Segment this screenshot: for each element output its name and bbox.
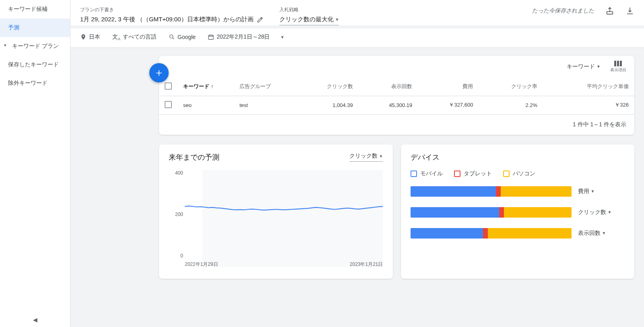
stacked-bar [411, 228, 572, 239]
device-bar-row: 表示回数▼ [411, 228, 625, 239]
sidebar-item-saved-keywords[interactable]: 保存したキーワード [0, 56, 70, 74]
network-filter[interactable]: Google [169, 34, 196, 40]
table-row: seo test 1,004.39 45,300.19 ￥327,600 2.2… [159, 96, 634, 114]
keywords-table: キーワード ↑ 広告グループ クリック数 表示回数 費用 クリック率 平均クリッ… [159, 78, 634, 115]
col-clicks[interactable]: クリック数 [294, 78, 359, 96]
language-icon: 文A [112, 33, 120, 41]
cell-impressions: 45,300.19 [359, 96, 418, 114]
chevron-down-icon: ▼ [379, 154, 383, 158]
cell-clicks: 1,004.39 [294, 96, 359, 114]
row-checkbox[interactable] [165, 101, 172, 108]
chevron-down-icon: ▼ [280, 35, 284, 39]
sidebar-item-keyword-plan[interactable]: キーワード プラン [0, 37, 70, 56]
device-title: デバイス [411, 152, 440, 162]
col-ctr[interactable]: クリック率 [479, 78, 543, 96]
y-tick: 200 [169, 212, 183, 217]
col-impressions[interactable]: 表示回数 [359, 78, 418, 96]
sidebar-item-negative-keywords[interactable]: 除外キーワード [0, 74, 70, 93]
stacked-bar [411, 207, 572, 218]
bar-segment-パソコン [488, 228, 572, 239]
bar-segment-タブレット [483, 228, 488, 239]
bid-strategy-select[interactable]: クリック数の最大化 ▼ [279, 16, 339, 25]
y-tick: 400 [169, 170, 183, 176]
svg-rect-2 [208, 35, 213, 40]
table-footer-text: 1 件中 1～1 件を表示 [159, 115, 634, 135]
share-icon[interactable] [605, 6, 614, 15]
x-tick: 2022年1月29日 [185, 261, 218, 271]
legend-mobile: モバイル [411, 170, 443, 177]
bid-strategy-label: 入札戦略 [279, 6, 339, 13]
forecast-title: 来年までの予測 [169, 152, 219, 162]
plan-date-text: 1月 29, 2022, 3 午後 （（GMT+09:00）日本標準時）からの計… [80, 16, 254, 23]
forecast-chart: 400 200 0 2022年1月29日 2023年1月21日 [185, 170, 383, 271]
edit-plan-icon[interactable] [257, 16, 263, 23]
cell-adgroup: test [234, 96, 294, 114]
chevron-down-icon: ▼ [608, 210, 612, 214]
filter-bar: 日本 文A すべての言語 Google 2022年2月1日～28日 ▼ [70, 29, 644, 48]
bar-segment-タブレット [499, 207, 504, 218]
sidebar-collapse-handle[interactable]: ◀ [33, 317, 37, 323]
calendar-icon [208, 34, 214, 40]
sidebar-item-forecast[interactable]: 予測 [0, 19, 70, 37]
x-tick: 2023年1月21日 [350, 261, 383, 271]
columns-button[interactable]: 表示項目 [610, 61, 626, 73]
col-cost[interactable]: 費用 [418, 78, 479, 96]
select-all-checkbox[interactable] [165, 82, 172, 90]
col-adgroup[interactable]: 広告グループ [234, 78, 294, 96]
legend-tablet: タブレット [454, 170, 492, 177]
chevron-down-icon: ▼ [602, 231, 606, 235]
chevron-down-icon: ▼ [591, 189, 595, 193]
mobile-swatch-icon [411, 171, 417, 177]
device-panel: デバイス モバイル タブレット パソコン [401, 144, 635, 279]
svg-rect-5 [620, 61, 622, 66]
sort-asc-icon: ↑ [211, 83, 214, 89]
cell-keyword: seo [178, 96, 234, 114]
svg-rect-0 [607, 12, 613, 14]
bar-segment-タブレット [496, 186, 501, 197]
chevron-down-icon: ▼ [597, 64, 601, 69]
keywords-table-card: ＋ キーワード ▼ 表示項目 キーワード ↑ [159, 56, 634, 135]
bar-segment-モバイル [411, 207, 499, 218]
bar-segment-パソコン [501, 186, 572, 197]
saved-status-text: たった今保存されました [532, 7, 594, 14]
language-filter[interactable]: 文A すべての言語 [112, 33, 157, 41]
forecast-panel: 来年までの予測 クリック数 ▼ 400 200 0 [159, 144, 393, 279]
y-tick: 0 [169, 253, 183, 259]
daterange-filter[interactable]: 2022年2月1日～28日 ▼ [208, 33, 284, 41]
cell-cost: ￥327,600 [418, 96, 479, 114]
device-metric-select[interactable]: 表示回数▼ [578, 230, 606, 237]
svg-point-1 [170, 35, 173, 38]
add-keyword-button[interactable]: ＋ [149, 63, 169, 82]
search-icon [169, 34, 175, 40]
forecast-metric-select[interactable]: クリック数 ▼ [349, 152, 383, 162]
device-metric-select[interactable]: クリック数▼ [578, 209, 612, 216]
plan-draft-label: プランの下書き [80, 6, 263, 13]
stacked-bar [411, 186, 572, 197]
segment-dropdown[interactable]: キーワード ▼ [567, 63, 601, 70]
cell-cpc: ￥326 [543, 96, 634, 114]
bar-segment-モバイル [411, 228, 483, 239]
svg-rect-3 [614, 61, 616, 66]
download-icon[interactable] [625, 6, 634, 15]
chevron-down-icon: ▼ [335, 17, 339, 22]
svg-rect-4 [617, 61, 619, 66]
location-filter[interactable]: 日本 [80, 33, 100, 41]
device-bar-row: クリック数▼ [411, 207, 625, 218]
col-cpc[interactable]: 平均クリック単価 [543, 78, 634, 96]
bar-segment-パソコン [504, 207, 572, 218]
location-icon [80, 34, 87, 40]
sidebar: キーワード候補 予測 キーワード プラン 保存したキーワード 除外キーワード ◀ [0, 0, 70, 327]
tablet-swatch-icon [454, 171, 460, 177]
device-bar-row: 費用▼ [411, 186, 625, 197]
sidebar-item-keyword-ideas[interactable]: キーワード候補 [0, 0, 70, 19]
device-legend: モバイル タブレット パソコン [411, 170, 625, 177]
topbar: プランの下書き 1月 29, 2022, 3 午後 （（GMT+09:00）日本… [70, 0, 644, 25]
col-keyword[interactable]: キーワード ↑ [178, 78, 234, 96]
cell-ctr: 2.2% [479, 96, 543, 114]
legend-desktop: パソコン [503, 170, 535, 177]
desktop-swatch-icon [503, 171, 510, 177]
device-metric-select[interactable]: 費用▼ [578, 188, 595, 195]
svg-rect-6 [202, 170, 383, 267]
bar-segment-モバイル [411, 186, 496, 197]
columns-icon [614, 61, 622, 66]
